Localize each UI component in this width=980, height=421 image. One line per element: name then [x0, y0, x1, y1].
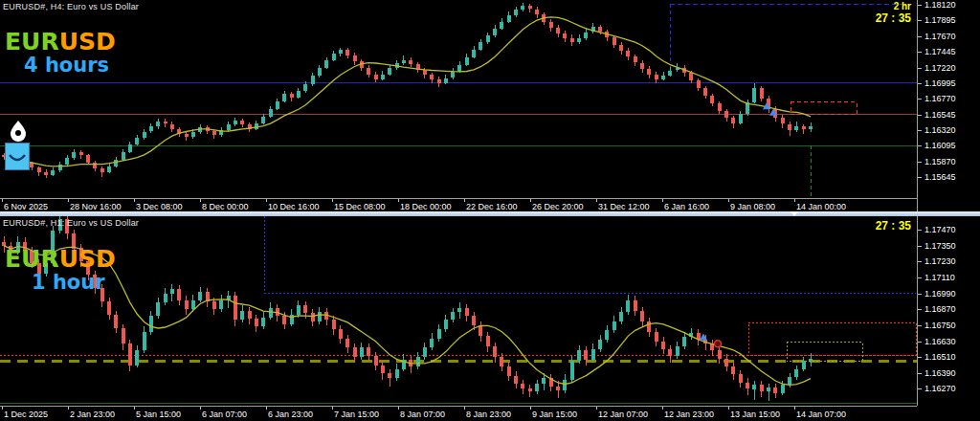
price-tick-label: 1.15870	[924, 157, 956, 166]
time-tick-label: 7 Jan 15:00	[334, 410, 379, 419]
time-tick-label: 9 Jan 08:00	[730, 202, 775, 211]
price-tick	[918, 145, 922, 146]
h1-candlestick-chart	[0, 216, 917, 406]
time-tick	[794, 407, 795, 410]
price-tick-label: 1.17230	[924, 256, 956, 266]
time-tick-label: 6 Jan 07:00	[202, 410, 247, 419]
time-tick	[332, 407, 333, 410]
price-tick	[918, 342, 922, 343]
h1-price-scale[interactable]: 1.174701.173501.172301.171101.169901.168…	[917, 216, 980, 406]
price-tick	[918, 115, 922, 116]
price-tick-label: 1.16510	[924, 352, 956, 362]
price-tick	[918, 99, 922, 100]
price-tick	[918, 246, 922, 247]
time-tick-label: 3 Dec 08:00	[136, 202, 183, 211]
price-tick-label: 1.16095	[924, 141, 956, 150]
time-tick	[464, 407, 465, 410]
price-tick-label: 1.16630	[924, 337, 956, 346]
time-tick	[464, 199, 465, 202]
price-tick-label: 1.17445	[924, 47, 956, 56]
chart-panel-h4[interactable]	[0, 0, 917, 198]
time-tick-label: 14 Jan 07:00	[796, 410, 846, 419]
price-tick	[918, 277, 922, 278]
time-tick-label: 28 Nov 16:00	[70, 202, 122, 211]
time-tick-label: 1 Dec 2025	[4, 410, 48, 419]
price-tick-label: 1.17110	[924, 273, 955, 282]
levels-layer	[0, 4, 917, 198]
time-tick	[530, 199, 531, 202]
h4-time-axis[interactable]: 6 Nov 202528 Nov 16:003 Dec 08:008 Dec 0…	[0, 198, 917, 212]
price-tick	[918, 177, 922, 178]
time-tick-label: 6 Jan 16:00	[664, 202, 709, 211]
price-tick	[918, 294, 922, 295]
time-tick	[728, 199, 729, 202]
time-tick-label: 13 Jan 15:00	[730, 410, 780, 419]
candles-layer	[2, 3, 813, 178]
time-tick-label: 26 Dec 20:00	[532, 202, 584, 211]
price-tick	[918, 261, 922, 262]
price-tick-label: 1.16990	[924, 289, 956, 299]
price-tick-label: 1.18120	[924, 0, 956, 10]
symbol-eur-text: EUR	[5, 245, 59, 273]
terminal-window: EURUSD#, H4: Euro vs US Dollar EURUSD 4 …	[0, 0, 980, 421]
h1-time-axis[interactable]: 1 Dec 20252 Jan 23:005 Jan 15:006 Jan 07…	[0, 406, 917, 421]
price-tick-label: 1.16870	[924, 304, 956, 314]
markers-layer	[700, 333, 722, 346]
time-tick-label: 9 Jan 15:00	[532, 410, 577, 419]
price-tick-label: 1.15645	[924, 172, 956, 182]
time-tick	[134, 407, 135, 410]
price-tick-label: 1.16545	[924, 110, 956, 120]
price-tick-label: 1.17350	[924, 241, 956, 251]
h4-price-scale[interactable]: 1.181201.178951.176701.174451.172201.169…	[917, 0, 980, 211]
ma-line	[4, 17, 811, 166]
time-tick	[2, 199, 3, 202]
h1-candle-countdown: 27 : 35	[876, 219, 911, 233]
time-tick-label: 12 Jan 07:00	[598, 410, 648, 419]
price-tick	[918, 230, 922, 231]
time-tick-label: 10 Dec 16:00	[268, 202, 320, 211]
time-tick	[134, 199, 135, 202]
h4-symbol-watermark: EURUSD 4 hours	[5, 30, 116, 76]
price-tick	[918, 68, 922, 69]
price-tick	[918, 20, 922, 21]
time-tick	[200, 407, 201, 410]
time-tick	[68, 407, 69, 410]
time-tick	[662, 199, 663, 202]
time-tick-label: 8 Jan 23:00	[466, 410, 511, 419]
price-tick	[918, 357, 922, 358]
price-tick-label: 1.16270	[924, 384, 956, 393]
countdown-minutes: 27 : 35	[876, 11, 911, 25]
symbol-eur-text: EUR	[5, 28, 59, 55]
time-tick-label: 18 Dec 00:00	[400, 202, 452, 211]
ma-line	[4, 246, 811, 386]
countdown-hours: 2 hr	[876, 1, 911, 11]
h1-symbol-watermark: EURUSD 1 hour	[5, 247, 116, 293]
time-tick-label: 14 Jan 00:00	[796, 202, 846, 211]
time-tick	[266, 407, 267, 410]
arc-tool-icon[interactable]	[5, 143, 30, 174]
panel-separator[interactable]	[0, 211, 980, 216]
h4-candle-countdown: 2 hr 27 : 35	[876, 1, 911, 25]
time-tick-label: 5 Jan 15:00	[136, 410, 181, 419]
time-tick	[662, 407, 663, 410]
price-tick-label: 1.16750	[924, 321, 956, 330]
time-tick-label: 8 Dec 00:00	[202, 202, 249, 211]
price-tick-label: 1.16320	[924, 125, 956, 135]
time-tick-label: 6 Jan 23:00	[268, 410, 313, 419]
time-tick	[398, 199, 399, 202]
time-tick-label: 8 Jan 07:00	[400, 410, 445, 419]
time-tick	[332, 199, 333, 202]
price-tick	[918, 83, 922, 84]
price-tick	[918, 162, 922, 163]
time-tick-label: 12 Jan 23:00	[664, 410, 714, 419]
chart-panel-h1[interactable]	[0, 216, 917, 406]
price-tick-label: 1.16770	[924, 94, 956, 103]
price-tick-label: 1.17470	[924, 225, 956, 234]
time-tick-label: 15 Dec 08:00	[334, 202, 386, 211]
price-tick-label: 1.17895	[924, 15, 956, 25]
time-tick	[68, 199, 69, 202]
price-tick	[918, 52, 922, 53]
price-tick-label: 1.17670	[924, 32, 956, 41]
time-tick-label: 2 Jan 23:00	[70, 410, 115, 419]
h4-chart-title: EURUSD#, H4: Euro vs US Dollar	[3, 2, 139, 11]
